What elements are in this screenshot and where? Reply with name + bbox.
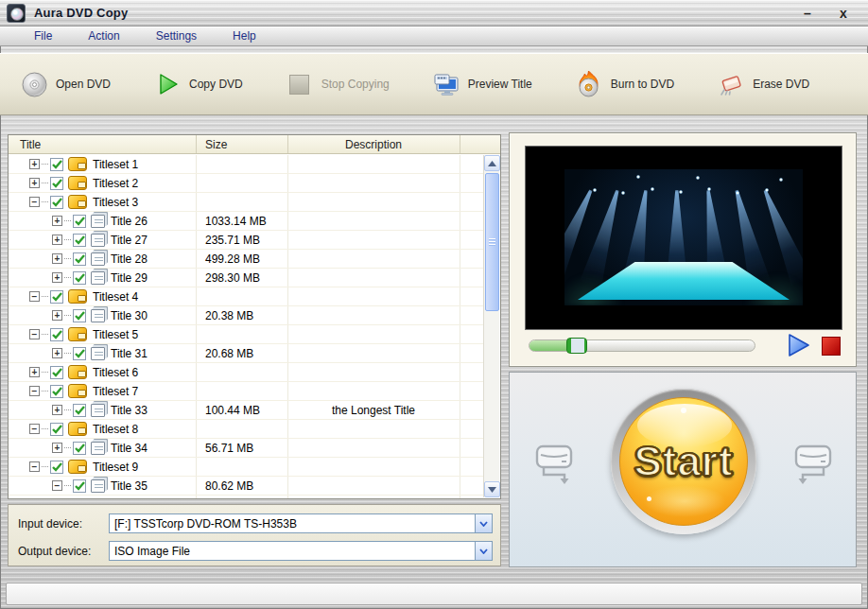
start-button[interactable]: Start bbox=[611, 389, 756, 534]
row-checkbox[interactable] bbox=[73, 347, 86, 360]
copy-dvd-button[interactable]: Copy DVD bbox=[154, 71, 243, 97]
list-header: Title Size Description bbox=[9, 135, 500, 154]
seek-handle[interactable] bbox=[566, 338, 587, 354]
row-checkbox[interactable] bbox=[73, 404, 86, 417]
column-header-title[interactable]: Title bbox=[20, 138, 41, 151]
scroll-up-button[interactable] bbox=[484, 155, 500, 171]
table-row[interactable]: + Titleset 6 bbox=[9, 363, 484, 382]
row-checkbox[interactable] bbox=[50, 385, 63, 398]
row-checkbox[interactable] bbox=[50, 177, 63, 190]
expander-box[interactable]: − bbox=[29, 461, 40, 472]
row-label: Title 33 bbox=[111, 404, 148, 417]
menu-settings[interactable]: Settings bbox=[147, 27, 206, 44]
title-cell: + Titleset 2 bbox=[9, 176, 196, 190]
titleset-folder-icon bbox=[68, 289, 87, 304]
expander-box[interactable]: + bbox=[52, 443, 62, 453]
row-label: Title 28 bbox=[111, 252, 148, 266]
expander-box[interactable]: + bbox=[52, 310, 62, 321]
play-button[interactable] bbox=[784, 331, 812, 363]
preview-title-button[interactable]: Preview Title bbox=[433, 71, 532, 97]
window-title: Aura DVD Copy bbox=[34, 6, 128, 20]
expander-box[interactable]: + bbox=[29, 367, 40, 377]
erase-dvd-button[interactable]: Erase DVD bbox=[718, 71, 809, 97]
tree-connector bbox=[64, 220, 71, 221]
expander-box[interactable]: − bbox=[29, 386, 40, 396]
burn-to-dvd-button[interactable]: Burn to DVD bbox=[576, 71, 674, 97]
table-row[interactable]: − Titleset 7 bbox=[9, 382, 484, 401]
table-row[interactable]: − Titleset 3 bbox=[9, 193, 484, 212]
eraser-icon bbox=[718, 71, 744, 97]
table-row[interactable]: + Title 26 1033.14 MB bbox=[9, 212, 484, 231]
row-checkbox[interactable] bbox=[50, 196, 63, 209]
row-checkbox[interactable] bbox=[50, 423, 63, 436]
stop-copying-button[interactable]: Stop Copying bbox=[286, 71, 390, 97]
chevron-down-icon[interactable] bbox=[475, 514, 492, 532]
tree-connector bbox=[42, 201, 48, 202]
open-dvd-button[interactable]: Open DVD bbox=[21, 71, 111, 97]
expander-box[interactable]: + bbox=[29, 178, 40, 188]
minimize-button[interactable]: – bbox=[800, 0, 815, 26]
column-header-description[interactable]: Description bbox=[287, 138, 460, 151]
expander-box[interactable]: − bbox=[29, 197, 40, 207]
table-row[interactable]: + Title 34 56.71 MB bbox=[9, 439, 484, 458]
row-checkbox[interactable] bbox=[50, 290, 63, 304]
tree-connector bbox=[42, 391, 48, 392]
table-row[interactable]: − Titleset 9 bbox=[9, 458, 484, 477]
table-row[interactable]: − Titleset 5 bbox=[9, 325, 484, 344]
table-row[interactable]: + Titleset 2 bbox=[9, 174, 484, 193]
expander-box[interactable]: + bbox=[52, 272, 62, 283]
row-checkbox[interactable] bbox=[73, 309, 86, 322]
expander-box[interactable]: + bbox=[52, 216, 62, 226]
column-header-size[interactable]: Size bbox=[205, 138, 227, 151]
row-checkbox[interactable] bbox=[73, 442, 86, 455]
table-row[interactable]: + Title 29 298.30 MB bbox=[9, 269, 484, 287]
close-button[interactable]: x bbox=[836, 0, 851, 26]
scrollbar-thumb[interactable] bbox=[485, 173, 499, 311]
seek-slider[interactable] bbox=[529, 339, 755, 352]
menu-file[interactable]: File bbox=[25, 27, 61, 44]
expander-box[interactable]: + bbox=[29, 159, 40, 169]
table-row[interactable]: − Title 35 80.62 MB bbox=[9, 477, 484, 496]
chevron-down-icon[interactable] bbox=[475, 542, 492, 560]
input-device-select[interactable]: [F:] TSSTcorp DVD-ROM TS-H353B bbox=[109, 513, 493, 533]
expander-box[interactable]: + bbox=[52, 235, 62, 245]
row-checkbox[interactable] bbox=[73, 252, 86, 266]
table-row[interactable]: − Titleset 4 bbox=[9, 287, 484, 306]
row-checkbox[interactable] bbox=[50, 461, 63, 474]
tree-connector bbox=[42, 372, 48, 373]
scroll-down-button[interactable] bbox=[484, 481, 500, 497]
play-triangle-icon bbox=[790, 335, 808, 356]
input-device-value: [F:] TSSTcorp DVD-ROM TS-H353B bbox=[114, 517, 297, 531]
menu-action[interactable]: Action bbox=[78, 27, 129, 44]
row-checkbox[interactable] bbox=[73, 234, 86, 247]
expander-box[interactable]: − bbox=[52, 480, 62, 491]
expander-box[interactable]: − bbox=[29, 329, 40, 339]
stop-button[interactable] bbox=[822, 337, 841, 356]
table-row[interactable]: + Title 27 235.71 MB bbox=[9, 231, 484, 250]
row-checkbox[interactable] bbox=[73, 479, 86, 493]
expander-box[interactable]: + bbox=[52, 253, 62, 264]
table-row[interactable]: + Titleset 1 bbox=[9, 155, 484, 174]
table-row[interactable]: − Titleset 8 bbox=[9, 420, 484, 439]
output-device-select[interactable]: ISO Image File bbox=[109, 541, 493, 561]
row-label: Titleset 2 bbox=[93, 177, 138, 190]
start-button-label: Start bbox=[634, 438, 733, 485]
table-row[interactable]: + Title 33 100.44 MB the Longest Title bbox=[9, 401, 484, 420]
expander-box[interactable]: + bbox=[52, 348, 62, 358]
target-drive-icon bbox=[790, 443, 837, 486]
input-device-label: Input device: bbox=[18, 517, 109, 531]
row-checkbox[interactable] bbox=[50, 366, 63, 379]
table-row[interactable]: + Title 30 20.38 MB bbox=[9, 306, 484, 325]
row-checkbox[interactable] bbox=[73, 215, 86, 228]
table-row[interactable]: + Title 28 499.28 MB bbox=[9, 250, 484, 269]
expander-box[interactable]: + bbox=[52, 405, 62, 415]
expander-box[interactable]: − bbox=[29, 291, 40, 302]
row-checkbox[interactable] bbox=[50, 158, 63, 171]
table-row[interactable]: + Title 31 20.68 MB bbox=[9, 344, 484, 363]
expander-box[interactable]: − bbox=[29, 424, 40, 434]
row-checkbox[interactable] bbox=[73, 271, 86, 285]
size-cell: 499.28 MB bbox=[196, 252, 287, 266]
vertical-scrollbar[interactable] bbox=[483, 155, 499, 497]
menu-help[interactable]: Help bbox=[223, 27, 266, 44]
row-checkbox[interactable] bbox=[50, 328, 63, 341]
